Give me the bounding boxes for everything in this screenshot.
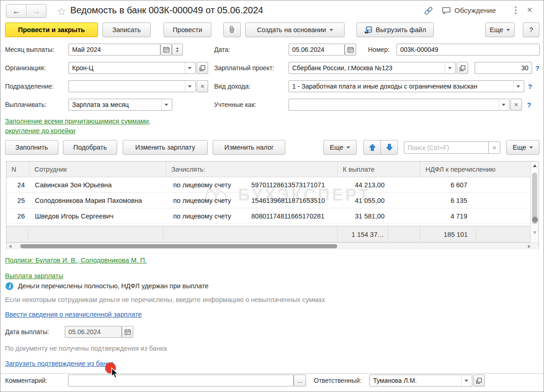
pay-field[interactable]: Зарплата за месяц	[68, 99, 172, 111]
cell-n: 25	[6, 193, 25, 208]
income-help-icon[interactable]: ?	[528, 83, 532, 90]
responsible-label: Ответственный:	[314, 375, 362, 386]
vertical-scrollbar[interactable]	[530, 162, 538, 242]
department-field[interactable]	[68, 80, 196, 92]
back-icon[interactable]: ←	[6, 5, 27, 17]
cell-account: 80801174811665170281	[251, 208, 336, 224]
fill-settings-link-line2[interactable]: округление до копейки	[5, 127, 75, 134]
responsible-open-icon[interactable]	[473, 375, 485, 386]
responsible-field[interactable]: Туманова Л.М.	[369, 375, 472, 386]
unpaid-hint-text: Если некоторым сотрудникам деньги не пер…	[5, 296, 325, 303]
col-employee[interactable]: Сотрудник	[29, 162, 166, 177]
scroll-left-icon[interactable]	[9, 245, 11, 248]
close-icon[interactable]: ×	[527, 5, 533, 15]
number-field[interactable]: 003К-000049	[397, 44, 540, 56]
chevron-down-icon[interactable]	[445, 62, 454, 73]
pay-date-field[interactable]: 05.06.2024	[65, 326, 122, 338]
search-clear-icon[interactable]: ×	[488, 141, 500, 154]
comment-expand-button[interactable]: ...	[294, 375, 306, 386]
create-based-on-button[interactable]: Создать на основании	[245, 22, 345, 37]
change-salary-button[interactable]: Изменить зарплату	[123, 140, 208, 155]
salary-payment-link[interactable]: Выплата зарплаты	[5, 272, 63, 280]
chevron-down-icon[interactable]	[499, 99, 508, 110]
pick-button[interactable]: Подобрать	[63, 140, 117, 155]
pay-label: Выплачивать:	[5, 99, 46, 111]
cell-tax: 6 135	[420, 193, 467, 208]
organization-open-icon[interactable]	[197, 62, 208, 74]
move-down-button[interactable]	[380, 140, 398, 155]
salary-project-open-icon[interactable]	[457, 62, 468, 74]
spinner-up-icon[interactable]	[176, 47, 179, 49]
col-n[interactable]: N	[6, 162, 29, 177]
nav-history-group[interactable]: ← →	[6, 4, 46, 18]
accounted-clear-icon[interactable]: ×	[510, 99, 522, 111]
cell-employee: Шведов Игорь Сергеевич	[35, 208, 166, 224]
table-row[interactable]: 24 Савинская Зоя Юрьевна по лицевому сче…	[6, 177, 530, 193]
table-row[interactable]: 25 Солодовникова Мария Пахомовна по лице…	[6, 193, 530, 208]
salary-project-field[interactable]: Сбербанк России, г.Москва №123	[289, 62, 456, 74]
chevron-down-icon[interactable]	[185, 81, 194, 92]
fill-settings-link[interactable]: Заполнение всеми причитающимися суммами,	[5, 118, 151, 125]
total-amount: 1 154 37…	[338, 226, 388, 243]
cell-account: 15461396811871653510	[251, 193, 336, 208]
income-kind-label: Вид дохода:	[214, 80, 250, 92]
fill-button[interactable]: Заполнить	[5, 140, 58, 155]
table-totals-row: 1 154 37… 185 101	[6, 226, 530, 242]
date-calendar-icon[interactable]	[345, 44, 356, 56]
link-icon[interactable]	[423, 6, 434, 16]
project-help-icon[interactable]: ?	[535, 64, 539, 72]
favorite-star-icon[interactable]: ☆	[57, 5, 67, 18]
pay-date-calendar-icon[interactable]	[122, 326, 133, 338]
save-button[interactable]: Записать	[102, 22, 151, 37]
horizontal-scrollbar[interactable]	[6, 242, 538, 249]
comment-input[interactable]	[68, 375, 294, 386]
more-button-table-left[interactable]: Еще	[323, 140, 357, 155]
col-amount[interactable]: К выплате	[338, 162, 420, 177]
scroll-up-icon[interactable]	[533, 164, 537, 167]
chevron-down-icon[interactable]	[461, 375, 470, 386]
change-tax-button[interactable]: Изменить налог	[213, 140, 285, 155]
cell-method: по лицевому счету	[173, 208, 249, 224]
help-button[interactable]: ?	[523, 22, 539, 37]
chevron-down-icon[interactable]	[161, 99, 170, 110]
chevron-down-icon	[346, 146, 350, 149]
organization-field[interactable]: Крон-Ц	[68, 62, 196, 74]
more-button-top[interactable]: Еще	[485, 22, 515, 37]
post-button[interactable]: Провести	[164, 22, 211, 37]
accounted-help-icon[interactable]: ?	[527, 101, 531, 109]
col-tax[interactable]: НДФЛ к перечислению	[420, 162, 530, 177]
department-clear-icon[interactable]: ×	[197, 80, 208, 92]
attachment-button[interactable]	[223, 22, 241, 37]
month-field[interactable]: Май 2024	[68, 44, 160, 56]
month-spinner[interactable]	[172, 44, 183, 56]
more-menu-icon[interactable]: ⋮	[511, 5, 520, 15]
month-calendar-icon[interactable]	[160, 44, 172, 56]
export-file-button[interactable]: Выгрузить файл	[357, 22, 434, 37]
more-button-table-right[interactable]: Еще	[506, 140, 539, 155]
col-credit[interactable]: Зачислять:	[166, 162, 338, 177]
scroll-down-icon[interactable]	[533, 231, 537, 234]
move-up-button[interactable]	[363, 140, 381, 155]
scroll-right-icon[interactable]	[528, 245, 531, 248]
search-input[interactable]: Поиск (Ctrl+F)	[404, 141, 489, 154]
horizontal-scroll-thumb[interactable]	[20, 244, 337, 248]
chevron-down-icon	[329, 29, 333, 31]
chevron-down-icon[interactable]	[513, 81, 522, 92]
chevron-down-icon[interactable]	[185, 62, 194, 73]
accounted-as-field[interactable]	[289, 99, 510, 111]
table-header[interactable]: N Сотрудник Зачислять: К выплате НДФЛ к …	[6, 162, 530, 177]
table-row[interactable]: 26 Шведов Игорь Сергеевич по лицевому сч…	[6, 208, 530, 224]
income-kind-field[interactable]: 1 - Заработная плата и иные доходы с огр…	[289, 80, 524, 92]
salary-project-label: Зарплатный проект:	[214, 62, 274, 74]
discussion-label[interactable]: Обсуждение	[454, 6, 496, 15]
date-field[interactable]: 05.06.2024	[289, 44, 345, 56]
load-confirmation-link[interactable]: Загрузить подтверждение из банка	[5, 360, 114, 367]
post-and-close-button[interactable]: Провести и закрыть	[5, 22, 98, 37]
signatures-link[interactable]: Подписи: Булатов И. В., Солодовникова М.…	[5, 257, 147, 264]
discussion-icon[interactable]	[442, 6, 451, 15]
spinner-down-icon[interactable]	[176, 50, 179, 52]
forward-icon[interactable]: →	[27, 5, 46, 17]
enter-unpaid-link[interactable]: Ввести сведения о незачисленной зарплате	[5, 311, 142, 318]
project-days-field[interactable]: 30	[475, 62, 532, 74]
date-label: Дата:	[214, 44, 230, 56]
